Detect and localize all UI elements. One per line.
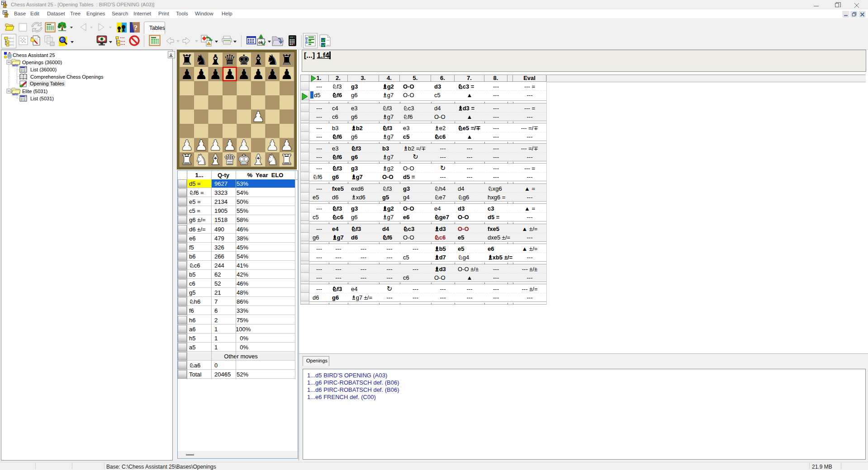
svg-text:♟: ♟	[280, 66, 293, 82]
svg-text:♞: ♞	[266, 152, 279, 168]
svg-text:♟: ♟	[266, 66, 279, 82]
svg-text:♝: ♝	[209, 152, 222, 168]
svg-text:♟: ♟	[223, 137, 236, 153]
svg-text:♛: ♛	[223, 152, 236, 168]
svg-text:win: win	[12, 63, 18, 67]
svg-text:♞: ♞	[195, 52, 208, 68]
svg-text:♟: ♟	[252, 66, 265, 82]
svg-text:♟: ♟	[252, 109, 265, 125]
svg-text:♟: ♟	[223, 66, 236, 82]
svg-text:?: ?	[134, 24, 138, 32]
svg-text:♞: ♞	[266, 52, 279, 68]
svg-text:♜: ♜	[280, 152, 293, 168]
svg-text:♝: ♝	[252, 52, 265, 68]
svg-text:♚: ♚	[237, 152, 250, 168]
svg-text:Tables: Tables	[149, 25, 165, 31]
svg-text:♚: ♚	[237, 52, 250, 68]
svg-text:♟: ♟	[195, 137, 208, 153]
svg-text:♞: ♞	[195, 152, 208, 168]
svg-text:♟: ♟	[180, 137, 193, 153]
svg-text:♟: ♟	[237, 137, 250, 153]
svg-text:♟: ♟	[237, 66, 250, 82]
svg-text:♜: ♜	[180, 52, 193, 68]
svg-text:♜: ♜	[280, 52, 293, 68]
svg-text:♝: ♝	[252, 152, 265, 168]
svg-text:♟: ♟	[266, 137, 279, 153]
svg-text:♟: ♟	[180, 66, 193, 82]
svg-text:♟: ♟	[209, 137, 222, 153]
svg-text:♜: ♜	[180, 152, 193, 168]
svg-text:♟: ♟	[209, 66, 222, 82]
svg-text:♛: ♛	[223, 52, 236, 68]
svg-text:♝: ♝	[209, 52, 222, 68]
svg-text:win: win	[12, 92, 18, 96]
svg-text:♟: ♟	[195, 66, 208, 82]
svg-text:♟: ♟	[280, 137, 293, 153]
